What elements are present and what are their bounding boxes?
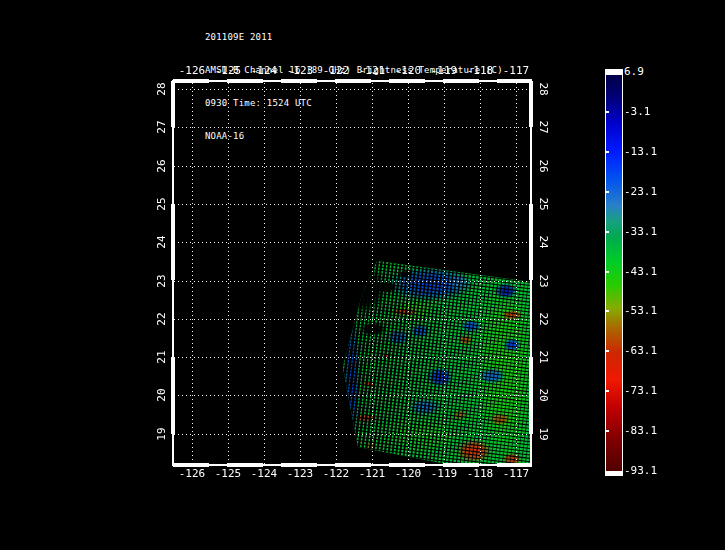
lat-tick-label-left: 19 — [152, 422, 172, 446]
lat-tick-label-left: 23 — [152, 269, 172, 293]
lon-gridline — [228, 83, 229, 465]
lat-tick-label-right: 20 — [533, 383, 553, 407]
lat-gridline — [174, 434, 530, 435]
lon-tick-label-bottom: -125 — [208, 468, 248, 480]
colorbar-tick-mark — [606, 310, 609, 312]
colorbar-tick-label: -3.1 — [624, 106, 651, 118]
lat-tick-label-right: 24 — [533, 230, 553, 254]
lon-tick-label-bottom: -121 — [352, 468, 392, 480]
colorbar-tick-label: -43.1 — [624, 266, 657, 278]
lon-gridline — [264, 83, 265, 465]
lat-tick-label-right: 19 — [533, 422, 553, 446]
lon-gridline — [372, 83, 373, 465]
plot-frame — [172, 80, 532, 466]
lon-tick-label-bottom: -126 — [172, 468, 212, 480]
lat-tick-label-left: 20 — [152, 383, 172, 407]
lat-tick-label-right: 28 — [533, 77, 553, 101]
lat-gridline — [174, 89, 530, 90]
lat-tick-label-left: 21 — [152, 345, 172, 369]
lat-tick-label-left: 27 — [152, 115, 172, 139]
colorbar-tick-label: -83.1 — [624, 425, 657, 437]
colorbar-tick-mark — [606, 271, 609, 273]
lon-gridline — [480, 83, 481, 465]
lat-gridline — [174, 242, 530, 243]
lat-tick-label-left: 24 — [152, 230, 172, 254]
lon-gridline — [192, 83, 193, 465]
lon-tick-label-bottom: -118 — [460, 468, 500, 480]
colorbar-tick-label: -73.1 — [624, 385, 657, 397]
lon-tick-label-top: -120 — [388, 65, 428, 77]
lon-tick-label-top: -125 — [208, 65, 248, 77]
lat-tick-label-left: 22 — [152, 307, 172, 331]
lat-tick-label-right: 25 — [533, 192, 553, 216]
colorbar-tick-label: -93.1 — [624, 465, 657, 477]
lat-gridline — [174, 357, 530, 358]
colorbar-tick-label: -53.1 — [624, 305, 657, 317]
colorbar — [605, 69, 623, 476]
lon-tick-label-top: -118 — [460, 65, 500, 77]
frame-thick-top — [443, 79, 479, 83]
lon-gridline — [336, 83, 337, 465]
colorbar-tick-label: -23.1 — [624, 186, 657, 198]
colorbar-tick-mark — [606, 191, 609, 193]
lon-tick-label-top: -121 — [352, 65, 392, 77]
storm-id-line: 201109E 2011 — [205, 32, 503, 43]
lat-gridline — [174, 127, 530, 128]
colorbar-tick-label: -63.1 — [624, 345, 657, 357]
frame-thick-top — [227, 79, 263, 83]
lat-tick-label-right: 23 — [533, 269, 553, 293]
colorbar-tick-mark — [606, 430, 609, 432]
lat-gridline — [174, 281, 530, 282]
lat-gridline — [174, 204, 530, 205]
lat-gridline — [174, 319, 530, 320]
lon-tick-label-top: -117 — [496, 65, 536, 77]
lon-tick-label-bottom: -122 — [316, 468, 356, 480]
lon-gridline — [300, 83, 301, 465]
lon-tick-label-bottom: -120 — [388, 468, 428, 480]
colorbar-tick-label: -13.1 — [624, 146, 657, 158]
lat-gridline — [174, 395, 530, 396]
colorbar-tick-mark — [606, 231, 609, 233]
colorbar-tick-label: -33.1 — [624, 226, 657, 238]
lon-gridline — [408, 83, 409, 465]
lat-tick-label-right: 27 — [533, 115, 553, 139]
lat-tick-label-right: 26 — [533, 154, 553, 178]
colorbar-tick-mark — [606, 390, 609, 392]
colorbar-tick-label: 6.9 — [624, 66, 644, 78]
lon-gridline — [516, 83, 517, 465]
lon-tick-label-bottom: -123 — [280, 468, 320, 480]
colorbar-tick-mark — [606, 111, 609, 113]
lon-tick-label-bottom: -124 — [244, 468, 284, 480]
lat-tick-label-left: 28 — [152, 77, 172, 101]
lon-tick-label-bottom: -117 — [496, 468, 536, 480]
colorbar-tick-mark — [606, 151, 609, 153]
lat-tick-label-right: 21 — [533, 345, 553, 369]
lon-tick-label-top: -126 — [172, 65, 212, 77]
colorbar-canvas — [606, 70, 622, 475]
frame-thick-top — [497, 79, 532, 83]
lon-tick-label-top: -119 — [424, 65, 464, 77]
amsu-brightness-temperature-plot: 201109E 2011 AMSU-B Channel 16 (89 GHz) … — [0, 0, 725, 550]
lat-tick-label-left: 26 — [152, 154, 172, 178]
lat-tick-label-left: 25 — [152, 192, 172, 216]
lon-tick-label-top: -122 — [316, 65, 356, 77]
lon-tick-label-top: -123 — [280, 65, 320, 77]
lat-gridline — [174, 166, 530, 167]
frame-thick-top — [389, 79, 425, 83]
frame-thick-top — [335, 79, 371, 83]
lon-tick-label-bottom: -119 — [424, 468, 464, 480]
frame-thick-top — [281, 79, 317, 83]
lon-gridline — [444, 83, 445, 465]
lat-tick-label-right: 22 — [533, 307, 553, 331]
lon-tick-label-top: -124 — [244, 65, 284, 77]
colorbar-tick-mark — [606, 350, 609, 352]
frame-thick-top — [173, 79, 209, 83]
